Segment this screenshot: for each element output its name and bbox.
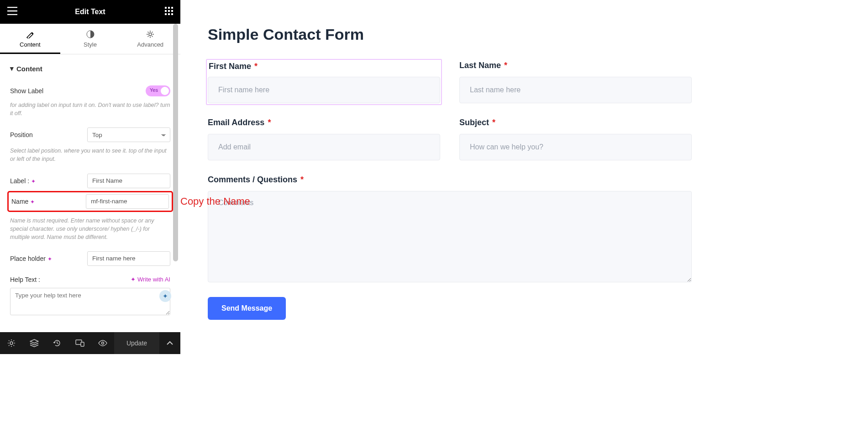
layers-icon[interactable] (23, 332, 46, 354)
write-with-ai[interactable]: ✦ Write with AI (131, 276, 170, 283)
show-label-help: for adding label on input turn it on. Do… (10, 101, 170, 117)
field-first-name: First Name * (206, 59, 442, 105)
sparkle-icon: ✦ (47, 256, 52, 262)
tab-style[interactable]: Style (60, 24, 121, 54)
comments-label: Comments / Questions * (208, 175, 692, 185)
panel-header: Edit Text (0, 0, 180, 24)
svg-point-10 (149, 33, 152, 36)
panel-scroll[interactable]: ▾ Content Show Label Yes for adding labe… (0, 54, 180, 354)
sparkle-icon: ✦ (30, 199, 35, 205)
svg-point-14 (102, 342, 104, 344)
first-name-label: First Name * (209, 62, 440, 71)
last-name-label: Last Name * (459, 61, 692, 70)
field-comments: Comments / Questions * (208, 175, 692, 284)
caret-down-icon: ▾ (10, 64, 14, 73)
tab-advanced-label: Advanced (137, 41, 163, 48)
placeholder-label: Place holder✦ (10, 255, 52, 262)
responsive-icon[interactable] (68, 332, 91, 354)
tab-content[interactable]: Content (0, 24, 60, 54)
toggle-value: Yes (150, 87, 158, 93)
update-caret-icon[interactable] (159, 341, 180, 345)
show-label-label: Show Label (10, 87, 43, 95)
helptext-label: Help Text : (10, 276, 40, 283)
name-field-help: Name is must required. Enter name withou… (10, 217, 170, 241)
svg-rect-2 (171, 7, 173, 9)
placeholder-input[interactable] (87, 251, 170, 266)
required-star: * (268, 118, 271, 127)
last-name-input[interactable] (459, 77, 692, 103)
position-label: Position (10, 131, 33, 138)
name-field-highlight: Name✦ (7, 191, 173, 212)
label-field-input[interactable] (87, 174, 170, 188)
required-star: * (492, 118, 495, 127)
preview-icon[interactable] (91, 332, 114, 354)
subject-input[interactable] (459, 134, 692, 160)
preview-canvas: Simple Contact Form First Name * Last Na… (180, 0, 868, 429)
svg-rect-8 (171, 13, 173, 15)
helptext-textarea[interactable] (10, 288, 170, 315)
position-help: Select label position. where you want to… (10, 147, 170, 163)
svg-rect-3 (165, 10, 167, 12)
required-star: * (504, 61, 507, 70)
field-last-name: Last Name * (459, 61, 692, 103)
svg-rect-1 (168, 7, 170, 9)
required-star: * (254, 62, 258, 71)
panel-tabs: Content Style Advanced (0, 24, 180, 54)
svg-rect-6 (165, 13, 167, 15)
email-label: Email Address * (208, 118, 440, 127)
form-grid: First Name * Last Name * Email Address *… (208, 61, 692, 284)
settings-icon[interactable] (0, 332, 23, 354)
panel-footer: Update (0, 332, 180, 354)
tab-content-label: Content (20, 41, 41, 48)
form-title: Simple Contact Form (208, 26, 841, 43)
position-select[interactable]: Top (87, 127, 170, 142)
assistant-badge-icon[interactable]: ✦ (159, 290, 171, 302)
show-label-toggle[interactable]: Yes (146, 85, 170, 96)
svg-rect-13 (81, 342, 84, 346)
history-icon[interactable] (46, 332, 68, 354)
required-star: * (300, 175, 304, 184)
panel-title: Edit Text (75, 8, 105, 16)
section-content[interactable]: ▾ Content (10, 54, 170, 79)
annotation-text: Copy the Name (180, 196, 250, 207)
email-input[interactable] (208, 134, 440, 160)
svg-rect-7 (168, 13, 170, 15)
svg-rect-4 (168, 10, 170, 12)
hamburger-icon[interactable] (7, 7, 17, 17)
apps-grid-icon[interactable] (165, 7, 173, 17)
name-field-label: Name✦ (11, 198, 35, 205)
subject-label: Subject * (459, 118, 692, 127)
svg-rect-0 (165, 7, 167, 9)
tab-style-label: Style (84, 41, 97, 48)
editor-panel: Edit Text Content Style Advanced ▾ Conte… (0, 0, 180, 354)
sparkle-icon: ✦ (31, 178, 36, 185)
label-field-label: Label :✦ (10, 177, 36, 185)
section-content-label: Content (16, 65, 42, 73)
first-name-input[interactable] (208, 77, 440, 103)
update-button[interactable]: Update (114, 332, 159, 354)
tab-advanced[interactable]: Advanced (120, 24, 180, 54)
svg-point-11 (10, 342, 13, 344)
toggle-knob (161, 87, 169, 95)
send-button[interactable]: Send Message (208, 297, 286, 320)
field-email: Email Address * (208, 118, 440, 160)
comments-textarea[interactable] (208, 191, 692, 282)
name-field-input[interactable] (86, 194, 169, 209)
field-subject: Subject * (459, 118, 692, 160)
svg-rect-5 (171, 10, 173, 12)
panel-scrollbar[interactable] (173, 24, 178, 261)
